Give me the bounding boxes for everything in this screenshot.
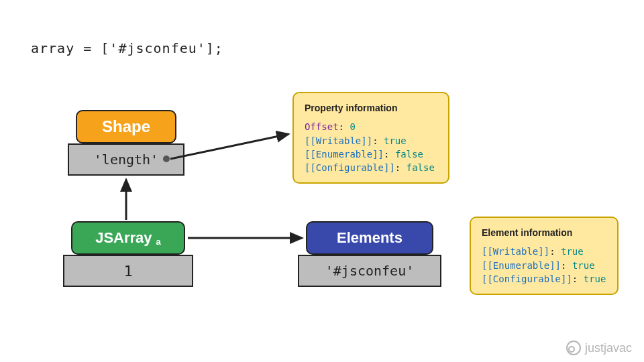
jsarray-box-header: JSArray a [71, 221, 185, 255]
elements-box-cell: '#jsconfeu' [298, 255, 441, 287]
arrow-length-to-propinfo [170, 134, 288, 159]
elements-title: Elements [337, 229, 402, 247]
e-writable-value: true [561, 246, 584, 257]
enumerable-label: [[Enumerable]] [305, 149, 384, 160]
offset-label: Offset [305, 121, 339, 132]
jsarray-title: JSArray [95, 229, 152, 247]
e-enumerable-label: [[Enumerable]] [482, 260, 561, 271]
shape-cell-text: 'length' [94, 152, 158, 168]
shape-box-header: Shape [76, 110, 176, 143]
e-configurable-label: [[Configurable]] [482, 274, 572, 284]
writable-value: true [384, 135, 407, 146]
property-info-row-enumerable: [[Enumerable]]: false [305, 147, 437, 161]
elements-cell-text: '#jsconfeu' [325, 263, 414, 279]
watermark: justjavac [566, 341, 632, 355]
property-info-row-writable: [[Writable]]: true [305, 134, 437, 147]
writable-label: [[Writable]] [305, 135, 372, 146]
jsarray-box-cell: 1 [63, 255, 193, 287]
property-info-title: Property information [305, 101, 437, 115]
element-info-row-enumerable: [[Enumerable]]: true [482, 259, 606, 272]
configurable-label: [[Configurable]] [305, 162, 395, 173]
e-configurable-value: true [584, 274, 606, 284]
property-info-panel: Property information Offset: 0 [[Writabl… [292, 92, 449, 184]
e-writable-label: [[Writable]] [482, 246, 549, 257]
jsarray-subscript: a [156, 237, 161, 253]
offset-value: 0 [350, 121, 355, 132]
element-info-panel: Element information [[Writable]]: true [… [470, 217, 619, 295]
code-line: array = ['#jsconfeu']; [31, 40, 223, 56]
element-info-title: Element information [482, 226, 606, 239]
watermark-text: justjavac [585, 341, 632, 355]
e-enumerable-value: true [572, 260, 595, 271]
enumerable-value: false [395, 149, 423, 160]
configurable-value: false [407, 162, 435, 173]
property-info-row-configurable: [[Configurable]]: false [305, 161, 437, 174]
shape-title: Shape [102, 117, 150, 136]
connector-dot-icon [163, 156, 170, 162]
property-info-row-offset: Offset: 0 [305, 120, 437, 133]
element-info-row-configurable: [[Configurable]]: true [482, 272, 606, 286]
element-info-row-writable: [[Writable]]: true [482, 245, 606, 258]
wechat-icon [566, 341, 581, 355]
jsarray-cell-text: 1 [123, 263, 132, 280]
elements-box-header: Elements [306, 221, 433, 255]
